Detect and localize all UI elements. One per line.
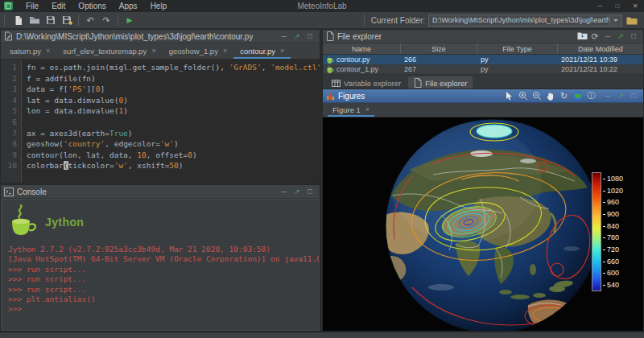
- rotate-button[interactable]: ↻: [557, 90, 571, 101]
- maximize-button[interactable]: □: [609, 0, 626, 12]
- code-token: f = addfile(fn): [27, 74, 96, 83]
- import-folder-button[interactable]: [576, 31, 588, 42]
- column-header-size[interactable]: Size: [401, 43, 477, 54]
- code-editor[interactable]: 1fn = os.path.join(migl.get_sample_folde…: [1, 60, 320, 183]
- tab-label: surf_elev_texturemap.py: [63, 47, 147, 56]
- tab-file-explorer[interactable]: File explorer: [408, 76, 473, 89]
- open-file-button[interactable]: [27, 14, 42, 27]
- detach-button[interactable]: ↗: [291, 32, 303, 40]
- zoom-in-button[interactable]: [516, 90, 530, 101]
- refresh-button[interactable]: ⟳: [588, 31, 601, 42]
- new-file-button[interactable]: [11, 14, 26, 27]
- cursor-button[interactable]: [502, 90, 516, 101]
- menu-apps[interactable]: Apps: [113, 0, 144, 12]
- code-text: colorbar(tickcolor='w', xshift=50): [21, 160, 184, 171]
- detach-button[interactable]: ↗: [614, 32, 627, 40]
- undo-button[interactable]: ↶: [83, 14, 97, 27]
- maximize-button[interactable]: □: [627, 92, 640, 100]
- info-button[interactable]: ⓘ: [584, 90, 598, 101]
- menu-bar: FileEditOptionsAppsHelp MeteoInfoLab ─□✕: [0, 0, 644, 12]
- maximize-button[interactable]: □: [303, 32, 316, 40]
- menu-file[interactable]: File: [19, 0, 45, 12]
- file-table-header: NameSizeFile TypeDate Modified: [323, 43, 643, 55]
- close-icon[interactable]: ×: [280, 47, 284, 55]
- save-button[interactable]: [43, 14, 58, 27]
- close-icon[interactable]: ×: [151, 47, 155, 55]
- code-line: 5lon = data.dimvalue(1): [1, 105, 320, 117]
- code-token: ,: [262, 63, 270, 72]
- colorbar-tick-label: 780: [603, 234, 623, 241]
- code-line: 3data = f['PS'][0]: [1, 84, 320, 95]
- line-number: 8: [1, 138, 21, 150]
- code-token: True: [109, 129, 128, 138]
- colorbar: 10801020960900840780720660600540: [592, 172, 623, 291]
- file-name-cell: contour.py: [323, 56, 401, 64]
- close-icon[interactable]: ×: [46, 47, 50, 55]
- window-controls: ─□✕: [591, 0, 644, 12]
- tab-saturn.py[interactable]: saturn.py×: [3, 44, 56, 59]
- code-token: ][: [86, 84, 95, 93]
- console-line: >>>: [8, 304, 312, 314]
- file-explorer-title-bar: File explorer ⟳─↗□: [323, 30, 643, 43]
- editor-panel-buttons: ─↗□: [278, 32, 316, 40]
- console-line: >>> run script...: [8, 285, 312, 295]
- code-token: 'w': [160, 139, 174, 148]
- colorbar-tick-label: 720: [603, 246, 623, 254]
- table-row[interactable]: contour.py266py2021/12/21 10:39: [323, 55, 643, 64]
- code-token: 'GrADS': [229, 63, 262, 72]
- pan-button[interactable]: [543, 90, 557, 101]
- tab-variable-explorer[interactable]: Variable explorer: [326, 76, 407, 89]
- code-text: data = f['PS'][0]: [21, 84, 105, 95]
- code-token: , offset=: [147, 150, 188, 159]
- column-header-file-type[interactable]: File Type: [477, 43, 558, 54]
- minimize-button[interactable]: ─: [278, 32, 291, 40]
- code-token: ax = axes3d(earth=: [27, 129, 109, 138]
- minimize-button[interactable]: ─: [278, 188, 291, 196]
- file-page-icon: [326, 31, 334, 41]
- redo-button[interactable]: ↷: [99, 14, 114, 27]
- menu-help[interactable]: Help: [144, 0, 174, 12]
- close-icon[interactable]: ×: [365, 105, 369, 113]
- globe-button[interactable]: [571, 90, 584, 101]
- code-line: 6: [1, 117, 320, 128]
- menu-options[interactable]: Options: [72, 0, 112, 12]
- minimize-button[interactable]: ─: [591, 0, 609, 12]
- current-folder-label: Current Folder:: [371, 16, 425, 25]
- jython-logo-text: Jython: [45, 217, 84, 227]
- figure-tab-label: Figure 1: [332, 105, 361, 114]
- code-line: 10colorbar(tickcolor='w', xshift=50): [1, 160, 320, 171]
- combobox-dropdown-arrow[interactable]: [610, 14, 622, 27]
- tab-geoshow_1.py[interactable]: geoshow_1.py×: [163, 44, 234, 59]
- browse-folder-button[interactable]: [626, 16, 638, 25]
- close-button[interactable]: ✕: [626, 0, 644, 12]
- code-token: lon = data.dimvalue(: [27, 106, 118, 115]
- code-line: 7ax = axes3d(earth=True): [1, 128, 320, 139]
- save-as-button[interactable]: [60, 14, 74, 27]
- zoom-out-button[interactable]: [530, 90, 543, 101]
- console-lines: Jython 2.7.2 (v2.7.2:925a3cc3b49d, Mar 2…: [8, 245, 312, 315]
- tab-surf_elev_texturemap.py[interactable]: surf_elev_texturemap.py×: [56, 44, 162, 59]
- colorbar-labels: 10801020960900840780720660600540: [603, 172, 623, 291]
- detach-button[interactable]: ↗: [291, 188, 303, 196]
- column-header-date-modified[interactable]: Date Modified: [558, 43, 643, 54]
- detach-button[interactable]: ↗: [614, 92, 627, 100]
- current-folder-combobox[interactable]: D:\Working\MIScript\Jython\mis\plot_type…: [428, 14, 610, 27]
- maximize-button[interactable]: □: [303, 188, 316, 196]
- run-button[interactable]: ▶: [122, 14, 137, 27]
- file-explorer-panel-buttons: ⟳─↗□: [576, 31, 640, 42]
- tab-contour.py[interactable]: contour.py×: [233, 44, 291, 59]
- table-row[interactable]: contour_1.py267py2021/12/21 10:22: [323, 64, 643, 74]
- figure-canvas[interactable]: 10801020960900840780720660600540: [323, 117, 643, 331]
- minimize-button[interactable]: ─: [601, 32, 614, 40]
- code-token: 50: [169, 161, 178, 170]
- maximize-button[interactable]: □: [627, 32, 640, 40]
- code-text: ax = axes3d(earth=True): [21, 128, 133, 139]
- figure-1-tab[interactable]: Figure 1 ×: [328, 104, 374, 117]
- toolbar-separator: [118, 15, 118, 26]
- minimize-button[interactable]: ─: [601, 92, 614, 100]
- menu-edit[interactable]: Edit: [45, 0, 72, 12]
- column-header-name[interactable]: Name: [323, 43, 401, 54]
- console-output[interactable]: Jython Jython 2.7.2 (v2.7.2:925a3cc3b49d…: [2, 200, 319, 330]
- menu-items: FileEditOptionsAppsHelp: [19, 0, 173, 12]
- close-icon[interactable]: ×: [223, 47, 227, 55]
